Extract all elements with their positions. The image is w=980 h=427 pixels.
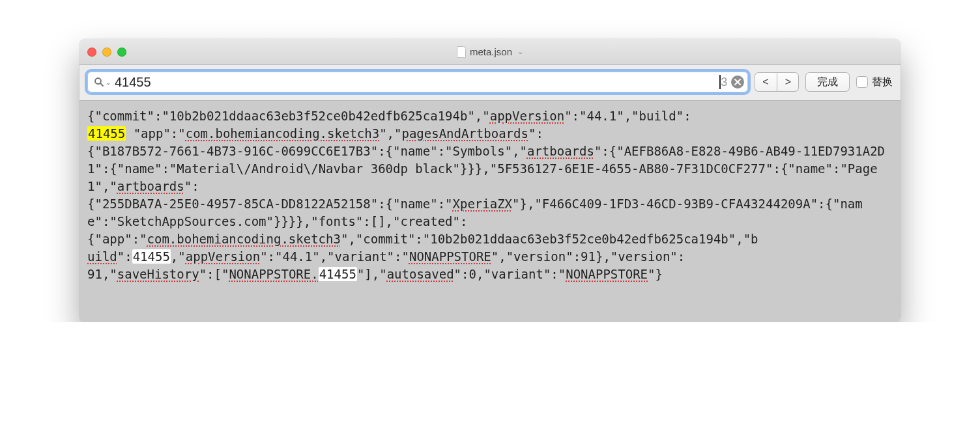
search-result-count: 3: [721, 76, 727, 89]
spell-underline: NONAPPSTORE: [566, 267, 648, 281]
search-icon: [94, 77, 104, 87]
replace-toggle[interactable]: 替换: [856, 76, 893, 89]
spell-underline: appVersion: [490, 109, 564, 123]
spell-underline: pagesAndArtboards: [401, 126, 528, 141]
spell-underline: com.bohemiancoding.sketch3: [186, 126, 379, 141]
search-match-active: 41455: [87, 126, 126, 141]
spell-underline: XperiaZX: [453, 197, 513, 211]
find-bar: ⌄ 3 < > 完成 替换: [79, 65, 901, 101]
window-controls: [87, 48, 126, 57]
find-previous-button[interactable]: <: [755, 72, 776, 92]
search-input[interactable]: [115, 75, 719, 90]
spell-underline: autosaved: [387, 267, 454, 281]
find-navigation: < >: [755, 72, 799, 92]
title-area: meta.json ⌄: [79, 46, 901, 58]
search-options-chevron-icon[interactable]: ⌄: [106, 79, 111, 86]
spell-underline: NONAPPSTORE.: [229, 267, 318, 281]
zoom-window-button[interactable]: [117, 48, 126, 57]
minimize-window-button[interactable]: [102, 48, 111, 57]
spell-underline: com.bohemiancoding.sketch3: [147, 232, 341, 246]
find-next-button[interactable]: >: [777, 72, 799, 92]
spell-underline: uild: [87, 249, 117, 264]
file-icon: [457, 46, 466, 58]
close-window-button[interactable]: [87, 48, 96, 57]
text-editor-window: meta.json ⌄ ⌄ 3 < > 完成 替换 {"commi: [79, 39, 901, 322]
window-titlebar[interactable]: meta.json ⌄: [79, 39, 901, 65]
search-field[interactable]: ⌄ 3: [87, 72, 748, 92]
clear-search-button[interactable]: [731, 76, 744, 89]
spell-underline: artboards: [117, 179, 184, 193]
spell-underline: artboards: [527, 144, 594, 158]
search-match: 41455: [132, 249, 171, 264]
replace-checkbox[interactable]: [856, 76, 868, 88]
window-title: meta.json: [470, 46, 512, 57]
done-button[interactable]: 完成: [805, 72, 850, 92]
spell-underline: saveHistory: [117, 267, 199, 281]
spell-underline: NONAPPSTORE: [409, 249, 491, 264]
replace-label: 替换: [872, 76, 893, 89]
spell-underline: appVersion: [186, 249, 260, 264]
search-match: 41455: [319, 267, 357, 281]
text-content-area[interactable]: {"commit":"10b2b021ddaac63eb3f52ce0b42ed…: [79, 101, 901, 322]
svg-line-1: [100, 83, 103, 86]
document-text[interactable]: {"commit":"10b2b021ddaac63eb3f52ce0b42ed…: [87, 107, 893, 283]
title-menu-chevron-icon[interactable]: ⌄: [517, 48, 523, 56]
